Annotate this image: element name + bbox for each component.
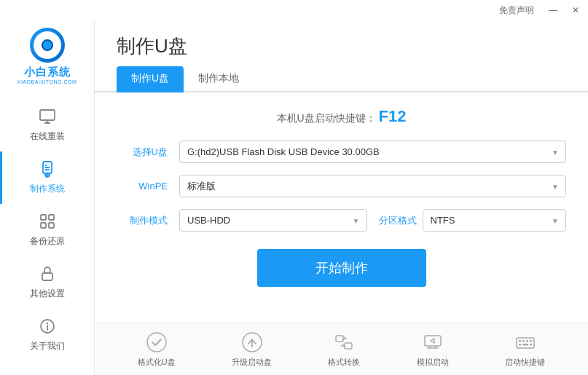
app-container: 小白系统 XIAOBAIXITONG.COM 在线重装	[0, 20, 588, 375]
svg-rect-23	[522, 344, 528, 346]
make-mode-wrapper: USB-HDD	[179, 209, 367, 232]
convert-icon	[332, 331, 356, 354]
content-area: 制作U盘 制作U盘 制作本地 本机U盘启动快捷键： F12 选择U盘 G:(hd…	[95, 20, 588, 375]
title-bar: 免责声明 — ✕	[0, 0, 588, 20]
logo-main-text: 小白系统	[24, 66, 71, 79]
grid-icon	[39, 213, 56, 234]
bottom-tool-label-simulate-boot: 模拟启动	[417, 357, 449, 368]
bottom-tool-label-boot-shortcut: 启动快捷键	[505, 357, 545, 368]
svg-rect-22	[519, 344, 521, 346]
keyboard-icon	[514, 331, 537, 354]
svg-point-2	[47, 174, 48, 175]
svg-point-11	[147, 333, 166, 352]
content-header: 制作U盘	[95, 20, 588, 59]
part-format-label: 分区格式	[379, 214, 417, 227]
make-mode-label: 制作模式	[117, 214, 168, 227]
tab-make-usb[interactable]: 制作U盘	[117, 66, 184, 92]
bottom-tool-boot-shortcut[interactable]: 启动快捷键	[505, 331, 545, 368]
logo-area: 小白系统 XIAOBAIXITONG.COM	[10, 28, 85, 84]
svg-rect-16	[425, 336, 441, 346]
select-usb-dropdown[interactable]: G:(hd2)USB Flash Disk USB Device 30.00GB	[179, 141, 566, 163]
select-usb-row: 选择U盘 G:(hd2)USB Flash Disk USB Device 30…	[117, 141, 566, 163]
title-bar-actions: 免责声明 — ✕	[496, 3, 582, 18]
start-make-button[interactable]: 开始制作	[257, 249, 426, 287]
svg-rect-5	[41, 223, 46, 228]
winpe-label: WinPE	[117, 181, 168, 192]
bottom-tool-label-format-convert: 格式转换	[328, 357, 360, 368]
checkmark-circle-icon	[145, 331, 168, 354]
winpe-row: WinPE 标准版	[117, 175, 566, 197]
usb-icon	[39, 160, 56, 181]
svg-rect-14	[336, 336, 343, 342]
content-body: 本机U盘启动快捷键： F12 选择U盘 G:(hd2)USB Flash Dis…	[95, 92, 588, 323]
tabs-bar: 制作U盘 制作本地	[95, 66, 588, 92]
svg-rect-4	[49, 215, 54, 220]
bottom-tool-label-upgrade-boot: 升级启动盘	[232, 357, 272, 368]
sidebar-label-other-settings: 其他设置	[30, 288, 65, 300]
minimize-button[interactable]: —	[546, 4, 560, 17]
double-control: USB-HDD 分区格式 NTFS	[179, 209, 566, 232]
active-bar	[0, 151, 2, 204]
lock-icon	[39, 265, 56, 286]
tab-make-local[interactable]: 制作本地	[184, 66, 254, 92]
shortcut-hint: 本机U盘启动快捷键： F12	[117, 107, 566, 126]
bottom-tool-format-convert[interactable]: 格式转换	[328, 331, 360, 368]
svg-rect-19	[522, 340, 525, 342]
select-usb-label: 选择U盘	[117, 146, 168, 159]
bottom-tool-format-usb[interactable]: 格式化U盘	[138, 331, 176, 368]
mode-format-row: 制作模式 USB-HDD 分区格式 NTFS	[117, 209, 566, 232]
sidebar-label-about-us: 关于我们	[30, 340, 65, 352]
disclaimer-link[interactable]: 免责声明	[496, 3, 537, 18]
select-usb-control: G:(hd2)USB Flash Disk USB Device 30.00GB	[179, 141, 566, 163]
bottom-tool-simulate-boot[interactable]: 模拟启动	[417, 331, 449, 368]
sidebar: 小白系统 XIAOBAIXITONG.COM 在线重装	[0, 20, 95, 375]
part-format-item: 分区格式 NTFS	[379, 209, 567, 232]
monitor-icon	[39, 108, 56, 129]
svg-rect-15	[345, 343, 352, 349]
svg-rect-18	[519, 340, 521, 342]
desktop-sim-icon	[421, 331, 444, 354]
bottom-tool-label-format-usb: 格式化U盘	[138, 357, 176, 368]
close-button[interactable]: ✕	[569, 4, 582, 17]
winpe-control: 标准版	[179, 175, 566, 197]
make-mode-dropdown[interactable]: USB-HDD	[179, 209, 367, 232]
part-format-wrapper: NTFS	[423, 209, 567, 232]
info-icon	[39, 317, 56, 339]
logo-icon	[30, 28, 65, 63]
sidebar-label-make-system: 制作系统	[30, 183, 65, 195]
shortcut-key: F12	[379, 107, 407, 125]
svg-rect-6	[49, 223, 54, 228]
bottom-tool-upgrade-boot[interactable]: 升级启动盘	[232, 331, 272, 368]
svg-rect-7	[42, 273, 52, 280]
svg-rect-3	[41, 215, 46, 220]
svg-rect-24	[530, 344, 532, 346]
sidebar-item-backup-restore[interactable]: 备份还原	[0, 204, 94, 256]
sidebar-item-make-system[interactable]: 制作系统	[0, 151, 94, 204]
svg-rect-21	[530, 340, 532, 342]
svg-rect-0	[40, 110, 55, 120]
svg-rect-17	[517, 338, 534, 348]
bottom-toolbar: 格式化U盘 升级启动盘	[95, 323, 588, 375]
start-btn-row: 开始制作	[117, 249, 566, 287]
sidebar-item-online-reinstall[interactable]: 在线重装	[0, 99, 94, 151]
logo-sub-text: XIAOBAIXITONG.COM	[17, 79, 77, 84]
sidebar-item-about-us[interactable]: 关于我们	[0, 309, 94, 361]
part-format-dropdown[interactable]: NTFS	[423, 209, 567, 232]
upload-circle-icon	[240, 331, 264, 354]
sidebar-label-online-reinstall: 在线重装	[30, 130, 65, 143]
sidebar-label-backup-restore: 备份还原	[30, 235, 65, 248]
svg-rect-20	[526, 340, 528, 342]
page-title: 制作U盘	[117, 33, 187, 59]
winpe-dropdown[interactable]: 标准版	[179, 175, 566, 197]
sidebar-item-other-settings[interactable]: 其他设置	[0, 256, 94, 309]
